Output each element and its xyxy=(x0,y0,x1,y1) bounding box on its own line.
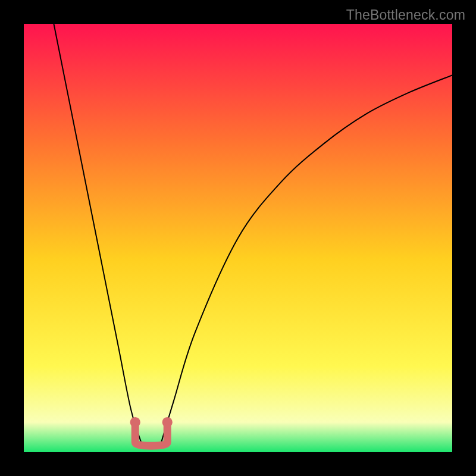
plot-area xyxy=(24,24,452,452)
watermark-text: TheBottleneck.com xyxy=(346,7,465,23)
valley-endpoint-dot xyxy=(130,417,140,427)
valley-endpoint-dot xyxy=(162,417,173,427)
chart-frame: TheBottleneck.com xyxy=(0,0,476,476)
plot-svg xyxy=(24,24,452,452)
